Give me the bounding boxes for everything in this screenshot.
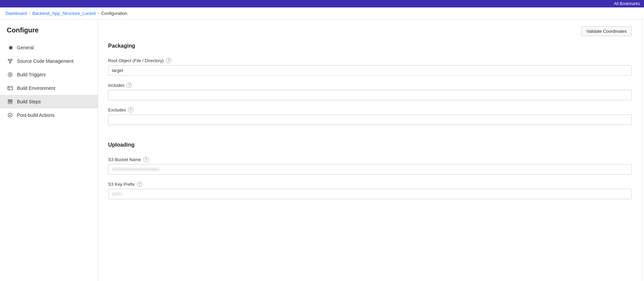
validate-btn-row: Validate Coordinates xyxy=(108,26,632,36)
svg-point-0 xyxy=(8,59,9,60)
sidebar-item-build-triggers[interactable]: Build Triggers xyxy=(0,68,98,81)
breadcrumb-project[interactable]: Backend_App_Structure_Lucent xyxy=(32,11,96,16)
excludes-help-icon[interactable]: ? xyxy=(128,107,133,112)
post-build-icon xyxy=(7,112,14,119)
breadcrumb: Dashboard › Backend_App_Structure_Lucent… xyxy=(0,7,644,20)
root-object-help-icon[interactable]: ? xyxy=(166,58,171,63)
includes-help-icon[interactable]: ? xyxy=(126,82,132,88)
section-spacer xyxy=(108,132,632,142)
excludes-group: Excludes ? xyxy=(108,107,632,125)
packaging-section: Packaging Root Object (File / Directory)… xyxy=(108,43,632,125)
sidebar-item-build-steps[interactable]: Build Steps xyxy=(0,95,98,108)
includes-input[interactable] xyxy=(108,90,632,100)
svg-rect-12 xyxy=(8,103,13,104)
packaging-title: Packaging xyxy=(108,43,632,52)
svg-rect-7 xyxy=(8,86,13,90)
s3-key-prefix-group: S3 Key Prefix ? xyxy=(108,181,632,199)
right-panel xyxy=(642,20,644,281)
layout: Configure General So xyxy=(0,20,644,281)
svg-line-5 xyxy=(10,60,11,62)
main-content: Validate Coordinates Packaging Root Obje… xyxy=(98,20,642,281)
sidebar-item-build-environment[interactable]: Build Environment xyxy=(0,81,98,95)
root-object-group: Root Object (File / Directory) ? xyxy=(108,58,632,76)
sidebar-item-general-label: General xyxy=(17,45,34,50)
gear-icon xyxy=(7,44,14,51)
scm-icon xyxy=(7,58,14,65)
sidebar-item-post-build-label: Post-build Actions xyxy=(17,112,54,118)
root-object-input[interactable] xyxy=(108,65,632,76)
sidebar-title: Configure xyxy=(0,26,98,41)
uploading-section: Uploading S3 Bucket Name ? S3 Key Prefix… xyxy=(108,142,632,199)
breadcrumb-sep-2: › xyxy=(98,11,99,16)
s3-bucket-name-label: S3 Bucket Name ? xyxy=(108,157,632,162)
s3-key-prefix-label: S3 Key Prefix ? xyxy=(108,181,632,187)
s3-key-prefix-input[interactable] xyxy=(108,189,632,199)
sidebar-item-scm-label: Source Code Management xyxy=(17,58,73,64)
s3-bucket-name-group: S3 Bucket Name ? xyxy=(108,157,632,175)
root-object-label: Root Object (File / Directory) ? xyxy=(108,58,632,63)
bookmarks-label: All Bookmarks xyxy=(614,1,640,6)
top-bar: All Bookmarks xyxy=(0,0,644,7)
svg-point-2 xyxy=(9,62,11,63)
sidebar-item-scm[interactable]: Source Code Management xyxy=(0,54,98,68)
svg-line-4 xyxy=(9,60,10,62)
sidebar-item-steps-label: Build Steps xyxy=(17,99,41,104)
trigger-icon xyxy=(7,71,14,78)
environment-icon xyxy=(7,85,14,92)
svg-rect-11 xyxy=(8,101,13,102)
breadcrumb-current: Configuration xyxy=(101,11,127,16)
sidebar: Configure General So xyxy=(0,20,98,281)
svg-rect-10 xyxy=(8,100,13,101)
main-wrapper: Validate Coordinates Packaging Root Obje… xyxy=(98,20,644,281)
breadcrumb-dashboard[interactable]: Dashboard xyxy=(5,11,27,16)
includes-label: Includes ? xyxy=(108,82,632,88)
svg-point-1 xyxy=(11,59,12,60)
breadcrumb-sep-1: › xyxy=(29,11,30,16)
sidebar-item-environment-label: Build Environment xyxy=(17,85,55,91)
sidebar-item-triggers-label: Build Triggers xyxy=(17,72,46,77)
excludes-input[interactable] xyxy=(108,114,632,125)
s3-bucket-help-icon[interactable]: ? xyxy=(143,157,149,162)
excludes-label: Excludes ? xyxy=(108,107,632,112)
includes-group: Includes ? xyxy=(108,82,632,100)
s3-bucket-name-input[interactable] xyxy=(108,164,632,175)
sidebar-item-general[interactable]: General xyxy=(0,41,98,54)
steps-icon xyxy=(7,98,14,105)
uploading-title: Uploading xyxy=(108,142,632,151)
svg-point-6 xyxy=(10,74,11,75)
validate-coordinates-button[interactable]: Validate Coordinates xyxy=(581,26,632,36)
sidebar-item-post-build[interactable]: Post-build Actions xyxy=(0,108,98,122)
s3-key-prefix-help-icon[interactable]: ? xyxy=(137,181,142,187)
